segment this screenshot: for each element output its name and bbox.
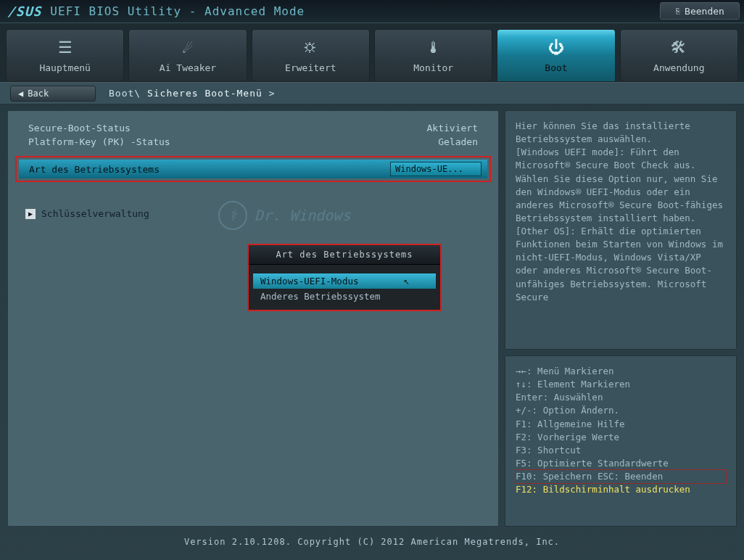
brand-logo: /SUS bbox=[7, 4, 41, 19]
side-panel: Hier können Sie das installierte Betrieb… bbox=[505, 110, 737, 527]
popup-title: Art des Betriebssystems bbox=[249, 245, 440, 265]
os-type-combo[interactable]: Windows-UE... bbox=[390, 162, 481, 176]
watermark-icon: ⚕ bbox=[218, 201, 247, 230]
key-hint: Enter: Auswählen bbox=[516, 391, 726, 404]
status-row-0: Secure-Boot-Status Aktiviert bbox=[15, 121, 491, 135]
os-type-row[interactable]: Art des Betriebssystems Windows-UE... bbox=[15, 156, 491, 182]
exit-label: Beenden bbox=[685, 6, 724, 17]
key-hint: F12: Bildschirminhalt ausdrucken bbox=[516, 483, 726, 496]
app-title: UEFI BIOS Utility - Advanced Mode bbox=[50, 4, 305, 18]
back-label: Back bbox=[28, 88, 49, 99]
tab-boot[interactable]: ⏻Boot bbox=[497, 29, 615, 82]
status-value: Geladen bbox=[438, 136, 478, 147]
thermometer-icon: 🌡 bbox=[426, 38, 442, 57]
key-hint: F2: Vorherige Werte bbox=[516, 431, 726, 444]
key-hint: →←: Menü Markieren bbox=[516, 365, 726, 378]
key-hint: F3: Shortcut bbox=[516, 444, 726, 457]
breadcrumb-row: ◀ Back Boot\ Sicheres Boot-Menü > bbox=[0, 83, 744, 104]
tab-erweitert[interactable]: ⛭Erweitert bbox=[252, 29, 370, 82]
back-button[interactable]: ◀ Back bbox=[10, 86, 96, 102]
os-type-popup: Art des Betriebssystems Windows-UEFI-Mod… bbox=[247, 244, 442, 311]
breadcrumb-current: Sicheres Boot-Menü bbox=[147, 88, 263, 99]
status-row-1: Platform-Key (PK) -Status Geladen bbox=[15, 135, 491, 149]
tab-anwendung[interactable]: 🛠Anwendung bbox=[620, 29, 738, 82]
watermark-text: Dr. Windows bbox=[255, 207, 350, 224]
key-hint: ↑↓: Element Markieren bbox=[516, 378, 726, 391]
exit-icon: ⎘ bbox=[676, 7, 680, 16]
chevron-right-icon: ▶ bbox=[25, 209, 36, 219]
list-icon: ☰ bbox=[58, 38, 73, 57]
key-hint: +/-: Option Ändern. bbox=[516, 404, 726, 417]
breadcrumb: Boot\ Sicheres Boot-Menü > bbox=[109, 88, 276, 99]
keys-panel: →←: Menü Markieren↑↓: Element MarkierenE… bbox=[505, 355, 737, 527]
title-bar: /SUS UEFI BIOS Utility - Advanced Mode ⎘… bbox=[0, 0, 744, 23]
help-panel: Hier können Sie das installierte Betrieb… bbox=[505, 110, 737, 350]
tab-label: Hauptmenü bbox=[39, 62, 90, 73]
popup-option[interactable]: Windows-UEFI-Modus↖ bbox=[253, 273, 436, 289]
main-tabs: ☰Hauptmenü☄Ai Tweaker⛭Erweitert🌡Monitor⏻… bbox=[0, 23, 744, 83]
watermark: ⚕ Dr. Windows bbox=[218, 201, 350, 230]
settings-panel: Secure-Boot-Status Aktiviert Platform-Ke… bbox=[7, 110, 499, 527]
breadcrumb-root: Boot bbox=[109, 88, 134, 99]
status-label: Secure-Boot-Status bbox=[28, 123, 131, 133]
tab-ai tweaker[interactable]: ☄Ai Tweaker bbox=[128, 29, 247, 82]
tab-label: Anwendung bbox=[653, 62, 704, 73]
tab-label: Ai Tweaker bbox=[160, 62, 216, 73]
key-hint: F1: Allgemeine Hilfe bbox=[516, 418, 726, 431]
gear-icon: ⛭ bbox=[302, 38, 318, 57]
os-type-label: Art des Betriebssystems bbox=[29, 164, 160, 175]
tab-monitor[interactable]: 🌡Monitor bbox=[374, 29, 492, 82]
cursor-icon: ↖ bbox=[404, 275, 410, 287]
tab-label: Erweitert bbox=[285, 62, 336, 73]
exit-button[interactable]: ⎘ Beenden bbox=[660, 2, 740, 20]
key-hint: F10: Speichern ESC: Beenden bbox=[516, 470, 726, 483]
footer-version: Version 2.10.1208. Copyright (C) 2012 Am… bbox=[0, 532, 744, 551]
power-icon: ⏻ bbox=[548, 38, 564, 57]
popup-option[interactable]: Anderes Betriebssystem bbox=[253, 289, 436, 304]
os-type-value: Windows-UE... bbox=[395, 164, 463, 174]
tab-label: Boot bbox=[545, 62, 567, 73]
tab-label: Monitor bbox=[413, 62, 453, 73]
tool-icon: 🛠 bbox=[671, 38, 687, 57]
tab-hauptmenü[interactable]: ☰Hauptmenü bbox=[6, 29, 124, 82]
status-label: Platform-Key (PK) -Status bbox=[28, 136, 170, 147]
key-hint: F5: Optimierte Standardwerte bbox=[516, 457, 726, 470]
back-arrow-icon: ◀ bbox=[18, 88, 23, 99]
status-value: Aktiviert bbox=[427, 123, 478, 133]
chip-icon: ☄ bbox=[183, 38, 192, 57]
submenu-label: Schlüsselverwaltung bbox=[41, 208, 149, 219]
